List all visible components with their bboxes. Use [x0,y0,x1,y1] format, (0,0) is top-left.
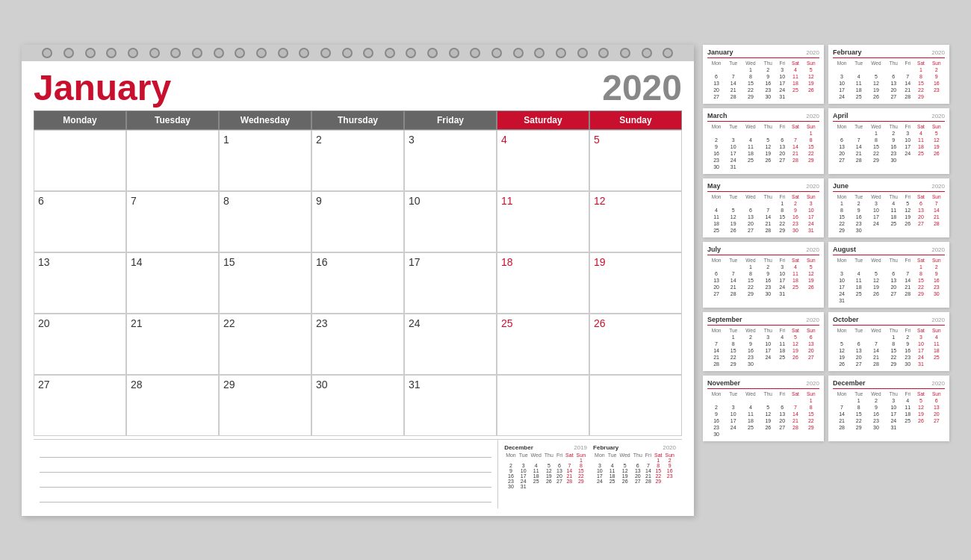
day-number: 6 [38,195,44,207]
mini-th: Thu [760,327,776,334]
mini-day [833,130,851,137]
mini-day: 22 [725,354,741,361]
mini-day [928,424,945,431]
day-header-wednesday: Wednesday [219,111,311,130]
mini-day: 21 [833,417,851,424]
mini-th: Sat [913,60,928,66]
mini-day: 24 [803,220,819,227]
mini-day [575,484,587,489]
mini-day: 29 [725,361,741,367]
mini-day: 24 [725,424,741,431]
spiral-loop [63,48,74,58]
cal-cell: 31 [404,375,497,436]
mini-day: 6 [707,73,725,80]
mini-day: 31 [803,227,819,234]
cal-cell: 2 [311,130,404,191]
mini-day: 8 [913,73,928,80]
mini-day: 23 [504,479,518,484]
mini-day: 6 [913,200,928,207]
mini-day: 11 [741,143,760,150]
mini-day: 22 [851,417,866,424]
cal-cell: 13 [34,252,126,314]
mini-day: 21 [760,220,776,227]
mini-day [866,227,885,234]
mini-day: 16 [851,214,866,220]
mini-day: 13 [776,411,788,417]
mini-day: 3 [902,130,913,137]
mini-day: 19 [902,214,913,220]
mini-day [851,264,866,270]
mini-day [833,264,851,270]
mini-day: 27 [885,290,902,297]
mini-day: 1 [741,264,760,270]
mini-day [851,130,866,137]
mini-day: 10 [803,207,819,214]
mini-day: 26 [618,479,632,484]
cal-cell [497,375,589,436]
mini-day: 23 [707,157,725,164]
mini-day: 24 [913,354,928,361]
mini-day: 8 [653,463,664,468]
mini-month-september: September2020MonTueWedThuFriSatSun123456… [703,312,824,371]
mini-day: 8 [833,207,851,214]
mini-month-april: April2020MonTueWedThuFriSatSun1234567891… [828,108,949,174]
mini-day: 13 [833,143,851,150]
mini-day: 8 [741,73,760,80]
mini-day: 8 [803,404,819,411]
mini-day: 24 [833,93,851,100]
mini-day: 29 [776,227,788,234]
mini-day: 29 [866,157,885,164]
mini-th: Sun [928,123,945,130]
mini-day: 17 [833,284,851,290]
mini-day: 1 [885,334,902,340]
cal-cell: 4 [497,130,589,191]
mini-th: Thu [885,193,902,200]
cal-cell: 27 [34,375,126,436]
mini-day: 20 [776,150,788,157]
mini-day: 12 [833,347,851,354]
mini-day: 26 [902,220,913,227]
mini-header: Sat [564,452,575,458]
mini-day: 3 [776,264,788,270]
mini-th: Fri [902,327,913,334]
mini-day: 4 [788,66,802,73]
mini-day: 21 [788,150,802,157]
mini-day: 9 [664,463,676,468]
mini-day: 12 [788,340,802,347]
mini-day: 23 [741,354,760,361]
mini-th: Sun [803,391,819,397]
mini-day: 4 [885,200,902,207]
day-number: 5 [594,134,600,146]
mini-th: Mon [833,193,851,200]
mini-day: 8 [776,207,788,214]
mini-day: 5 [866,270,885,277]
mini-day [607,458,618,463]
mini-day: 3 [833,270,851,277]
mini-day: 8 [866,137,885,143]
mini-day: 20 [851,354,866,361]
mini-cal-year: 2020 [663,444,676,451]
mini-day: 27 [555,479,564,484]
spiral-loop [170,48,181,58]
day-number: 11 [501,195,513,207]
mini-th: Sun [928,193,945,200]
mini-th: Thu [760,391,776,397]
spiral-loop [278,48,288,58]
mini-day: 4 [902,397,913,404]
mini-month-name: May [707,182,721,190]
mini-day [725,130,741,137]
cal-cell [34,130,126,191]
mini-day: 21 [725,87,741,93]
mini-header: Fri [555,452,564,458]
mini-day: 17 [725,150,741,157]
mini-month-name: November [707,379,740,387]
mini-day: 23 [866,417,885,424]
mini-day: 7 [851,137,866,143]
day-header-saturday: Saturday [497,111,589,130]
mini-day: 5 [760,137,776,143]
mini-day: 2 [707,404,725,411]
mini-day [803,431,819,438]
cal-cell: 16 [311,252,404,314]
mini-th: Wed [866,257,885,264]
mini-day: 27 [707,93,725,100]
